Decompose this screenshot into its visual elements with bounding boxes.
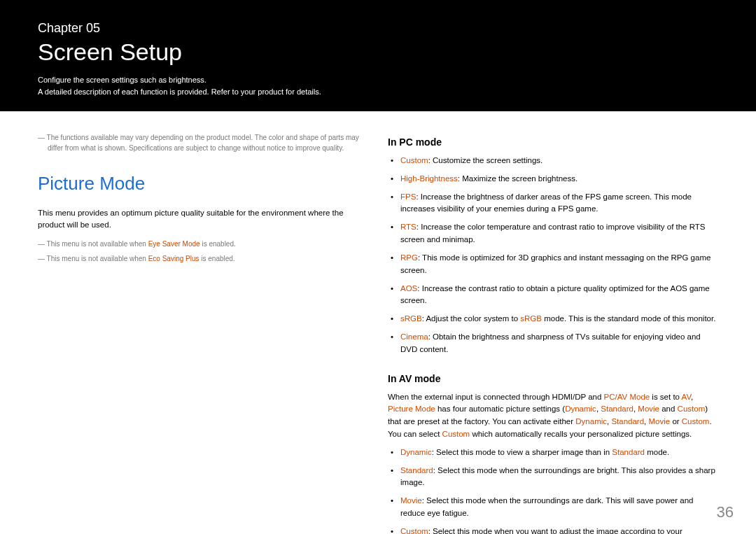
desc: : Adjust the color system to [422,314,521,323]
term: Standard [400,466,433,475]
term-inline: Custom [678,405,706,413]
term-inline: Standard [612,448,645,456]
term: RPG [400,253,418,262]
list-item: RPG: This mode is optimized for 3D graph… [400,252,718,277]
header-sub-line-2: A detailed description of each function … [38,86,718,98]
term-inline: Dynamic [575,417,607,426]
t: and [659,405,678,413]
term-inline: Movie [638,405,659,413]
eco-saving-plus-term: Eco Saving Plus [148,255,200,262]
desc: : Increase the color temperature and con… [400,223,706,244]
desc: : Maximize the screen brightness. [458,174,578,183]
section-title-picture-mode: Picture Mode [38,173,360,195]
av-mode-list: Dynamic: Select this mode to view a shar… [388,447,718,534]
av-mode-paragraph: When the external input is connected thr… [388,391,718,441]
term: RTS [400,223,416,231]
term: Movie [400,496,422,505]
chapter-header: Chapter 05 Screen Setup Configure the sc… [0,0,756,111]
desc: mode. [645,448,669,456]
disclaimer-note: The functions available may vary dependi… [38,132,360,153]
header-sub-line-1: Configure the screen settings such as br… [38,74,718,86]
list-item: AOS: Increase the contrast ratio to obta… [400,283,718,308]
list-item: RTS: Increase the color temperature and … [400,221,718,246]
note-text: is enabled. [200,240,236,248]
note-text: This menu is not available when [47,240,148,248]
manual-page: Chapter 05 Screen Setup Configure the sc… [0,0,756,534]
term-inline: Standard [611,417,644,426]
term-inline: Dynamic [565,405,596,413]
term-inline: AV [682,393,691,401]
desc: mode. This is the standard mode of this … [542,314,715,323]
eye-saver-mode-term: Eye Saver Mode [148,240,200,248]
term-inline: Custom [682,417,710,426]
term-inline: Custom [442,430,470,438]
t: has four automatic picture settings ( [435,405,565,413]
note-text: is enabled. [200,255,235,262]
list-item: Movie: Select this mode when the surroun… [400,495,718,520]
list-item: sRGB: Adjust the color system to sRGB mo… [400,313,718,325]
desc: : Select this mode to view a sharper ima… [432,448,612,456]
term: Cinema [400,332,428,341]
page-body: The functions available may vary dependi… [0,111,756,534]
desc: : Select this mode when the surroundings… [400,496,693,517]
desc: : Select this mode when the surroundings… [400,466,715,487]
header-subtext: Configure the screen settings such as br… [38,74,718,97]
term-inline: Standard [601,405,634,413]
desc: : Increase the contrast ratio to obtain … [400,284,710,305]
desc: : Customize the screen settings. [428,156,543,164]
t: or [670,417,682,426]
picture-mode-intro: This menu provides an optimum picture qu… [38,207,360,232]
heading-pc-mode: In PC mode [388,136,718,148]
desc: : This mode is optimized for 3D graphics… [400,253,710,274]
left-column: The functions available may vary dependi… [38,132,360,534]
right-column: In PC mode Custom: Customize the screen … [388,132,718,534]
chapter-label: Chapter 05 [38,21,718,36]
desc: : Obtain the brightness and sharpness of… [400,332,701,353]
term: Custom [400,527,428,534]
term: Custom [400,156,428,164]
term: sRGB [400,314,422,323]
pc-mode-list: Custom: Customize the screen settings. H… [388,155,718,356]
term-inline: sRGB [520,314,542,323]
t: is set to [650,393,681,401]
list-item: Cinema: Obtain the brightness and sharpn… [400,331,718,356]
list-item: Standard: Select this mode when the surr… [400,465,718,490]
page-number: 36 [717,503,734,521]
t: When the external input is connected thr… [388,393,604,401]
t: which automatically recalls your persona… [470,430,692,438]
note-text: This menu is not available when [47,255,148,262]
term: High-Brightness [400,174,458,183]
note-eye-saver: This menu is not available when Eye Save… [38,239,360,249]
desc: : Increase the brightness of darker area… [400,192,692,213]
list-item: FPS: Increase the brightness of darker a… [400,191,718,216]
term: FPS [400,192,416,201]
desc: : Select this mode when you want to adju… [400,527,682,534]
chapter-title: Screen Setup [38,38,718,66]
term: AOS [400,284,417,293]
term-inline: Movie [649,417,671,426]
list-item: High-Brightness: Maximize the screen bri… [400,173,718,185]
list-item: Dynamic: Select this mode to view a shar… [400,447,718,459]
heading-av-mode: In AV mode [388,373,718,384]
note-eco-saving: This menu is not available when Eco Savi… [38,253,360,264]
term-inline: Picture Mode [388,405,435,413]
t: , [691,393,693,401]
term-inline: PC/AV Mode [604,393,650,401]
list-item: Custom: Customize the screen settings. [400,155,718,167]
list-item: Custom: Select this mode when you want t… [400,526,718,534]
term: Dynamic [400,448,432,456]
